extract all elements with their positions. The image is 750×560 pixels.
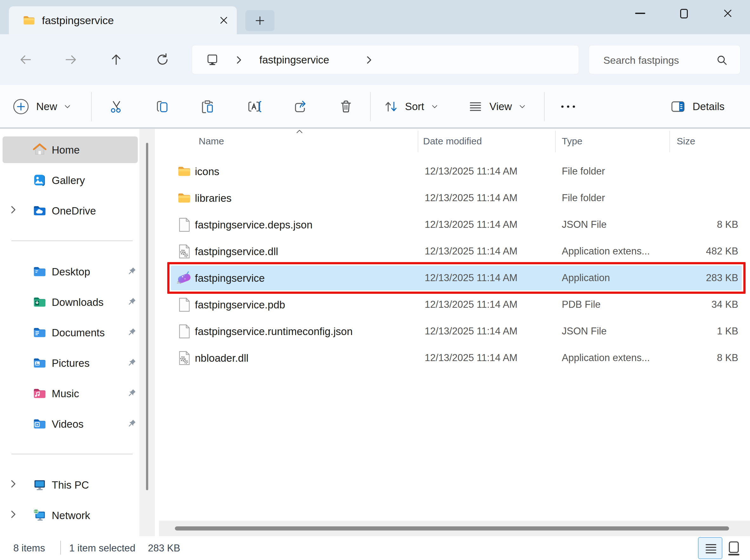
column-separator[interactable] bbox=[669, 131, 670, 152]
sidebar-item-this-pc[interactable]: This PC bbox=[2, 472, 138, 498]
file-name: libraries bbox=[195, 192, 232, 204]
pin-icon bbox=[126, 327, 137, 338]
videos-icon bbox=[32, 417, 47, 431]
chevron-down-icon bbox=[65, 105, 70, 108]
sidebar-item-label: OneDrive bbox=[52, 205, 96, 217]
large-thumbnails-view-icon[interactable] bbox=[726, 540, 742, 557]
chevron-right-icon[interactable] bbox=[11, 480, 16, 489]
horizontal-scrollbar-thumb[interactable] bbox=[175, 526, 729, 531]
view-icon bbox=[468, 99, 483, 114]
sidebar-item-label: Music bbox=[52, 388, 79, 400]
address-bar[interactable]: fastpingservice bbox=[192, 45, 579, 74]
copy-button[interactable] bbox=[155, 99, 170, 114]
delete-button[interactable] bbox=[338, 99, 354, 114]
music-icon bbox=[32, 386, 47, 401]
pin-icon bbox=[126, 296, 137, 308]
file-row-fastpingservice.deps.json[interactable]: fastpingservice.deps.json12/13/2025 11:1… bbox=[158, 211, 750, 238]
file-row-fastpingservice.pdb[interactable]: fastpingservice.pdb12/13/2025 11:14 AMPD… bbox=[158, 291, 750, 318]
file-date-modified: 12/13/2025 11:14 AM bbox=[425, 192, 517, 204]
cut-button[interactable] bbox=[109, 99, 124, 114]
sidebar-item-pictures[interactable]: Pictures bbox=[2, 349, 138, 376]
sidebar-scrollbar-thumb[interactable] bbox=[146, 143, 148, 490]
refresh-button[interactable] bbox=[156, 53, 170, 67]
file-type: File folder bbox=[562, 192, 605, 204]
search-box[interactable]: Search fastpings bbox=[589, 45, 741, 74]
sort-label: Sort bbox=[405, 101, 425, 113]
column-header-type[interactable]: Type bbox=[562, 136, 583, 146]
file-type: JSON File bbox=[562, 219, 607, 231]
forward-button[interactable] bbox=[64, 53, 78, 67]
column-header-date[interactable]: Date modified bbox=[423, 136, 482, 146]
file-name: icons bbox=[195, 166, 219, 178]
file-name: fastpingservice.pdb bbox=[195, 299, 285, 311]
sidebar-item-downloads[interactable]: Downloads bbox=[2, 289, 138, 315]
sidebar-item-documents[interactable]: Documents bbox=[2, 319, 138, 346]
sidebar-item-network[interactable]: Network bbox=[2, 502, 138, 528]
up-button[interactable] bbox=[109, 53, 123, 67]
details-button[interactable]: Details bbox=[670, 93, 725, 120]
view-button[interactable]: View bbox=[468, 93, 525, 120]
sidebar-item-home[interactable]: Home bbox=[2, 136, 138, 163]
filegear-icon bbox=[177, 351, 191, 365]
window-minimize-button[interactable] bbox=[635, 13, 645, 14]
sidebar-item-onedrive[interactable]: OneDrive bbox=[2, 197, 138, 224]
back-button[interactable] bbox=[19, 53, 33, 67]
sort-button[interactable]: Sort bbox=[383, 93, 437, 120]
more-button[interactable] bbox=[559, 103, 577, 111]
tab-close-icon[interactable] bbox=[219, 16, 229, 25]
sidebar-item-gallery[interactable]: Gallery bbox=[2, 167, 138, 194]
breadcrumb[interactable]: fastpingservice bbox=[259, 54, 329, 66]
column-header-size[interactable]: Size bbox=[677, 136, 695, 146]
file-row-libraries[interactable]: libraries12/13/2025 11:14 AMFile folder bbox=[158, 185, 750, 211]
downloads-icon bbox=[32, 295, 47, 309]
file-date-modified: 12/13/2025 11:14 AM bbox=[425, 219, 517, 231]
column-separator[interactable] bbox=[418, 131, 418, 152]
rename-button[interactable] bbox=[247, 99, 262, 114]
selection-size: 283 KB bbox=[148, 543, 180, 554]
items-count: 8 items bbox=[13, 543, 45, 554]
file-row-nbloader.dll[interactable]: nbloader.dll12/13/2025 11:14 AMApplicati… bbox=[158, 344, 750, 371]
explorer-tab[interactable]: fastpingservice bbox=[9, 6, 237, 34]
column-header-name[interactable]: Name bbox=[199, 136, 224, 146]
list-view-icon bbox=[705, 543, 717, 555]
sidebar-item-label: Network bbox=[52, 509, 90, 522]
column-separator[interactable] bbox=[555, 131, 556, 152]
breadcrumb-chevron-icon bbox=[236, 56, 241, 64]
sidebar-item-desktop[interactable]: Desktop bbox=[2, 258, 138, 285]
folder-icon bbox=[177, 191, 191, 205]
chevron-right-icon[interactable] bbox=[11, 206, 16, 215]
sidebar-item-label: Documents bbox=[52, 327, 105, 339]
command-toolbar: New Sort View Details bbox=[0, 85, 750, 129]
new-tab-button[interactable] bbox=[245, 10, 275, 31]
red-highlight-border bbox=[167, 262, 746, 294]
new-button[interactable]: New bbox=[13, 93, 70, 120]
sidebar-item-videos[interactable]: Videos bbox=[2, 411, 138, 437]
file-icon bbox=[177, 217, 191, 232]
search-icon[interactable] bbox=[716, 54, 728, 66]
file-row-fastpingservice.dll[interactable]: fastpingservice.dll12/13/2025 11:14 AMAp… bbox=[158, 238, 750, 265]
navigation-bar: fastpingservice Search fastpings bbox=[0, 34, 750, 85]
chevron-down-icon bbox=[519, 105, 525, 108]
details-view-toggle[interactable] bbox=[698, 537, 723, 559]
sidebar-item-label: Pictures bbox=[52, 357, 90, 369]
toolbar-separator bbox=[91, 92, 92, 121]
file-icon bbox=[177, 297, 191, 312]
file-row-icons[interactable]: icons12/13/2025 11:14 AMFile folder bbox=[158, 158, 750, 185]
share-button[interactable] bbox=[292, 99, 308, 114]
sort-ascending-icon bbox=[296, 129, 303, 134]
pin-icon bbox=[126, 357, 137, 369]
sidebar: HomeGalleryOneDriveDesktopDownloadsDocum… bbox=[0, 129, 140, 536]
file-date-modified: 12/13/2025 11:14 AM bbox=[425, 299, 517, 310]
paste-button[interactable] bbox=[200, 99, 215, 114]
file-row-fastpingservice[interactable]: fastpingservice12/13/2025 11:14 AMApplic… bbox=[158, 265, 750, 291]
toolbar-separator bbox=[370, 92, 371, 121]
file-row-fastpingservice.runtimeconfig.json[interactable]: fastpingservice.runtimeconfig.json12/13/… bbox=[158, 318, 750, 344]
sidebar-item-music[interactable]: Music bbox=[2, 380, 138, 407]
file-size: 8 KB bbox=[621, 219, 738, 231]
window-close-button[interactable] bbox=[723, 8, 733, 18]
window-maximize-button[interactable] bbox=[680, 9, 688, 18]
sidebar-item-label: Gallery bbox=[52, 175, 85, 186]
chevron-right-icon[interactable] bbox=[11, 510, 16, 520]
monitor-icon bbox=[205, 53, 219, 67]
onedrive-icon bbox=[32, 203, 47, 218]
